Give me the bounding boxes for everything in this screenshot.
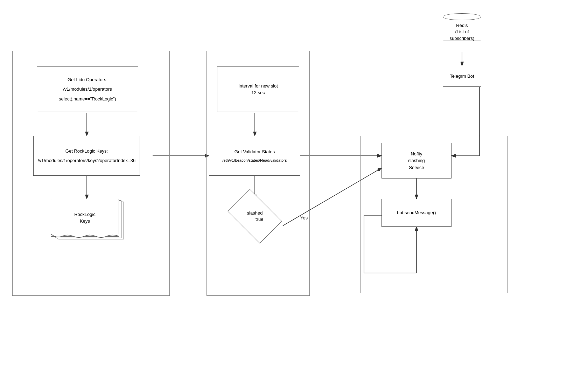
interval-box: Interval for new slot 12 sec <box>217 66 299 112</box>
bot-send-message-label: bot.sendMessage() <box>397 209 436 216</box>
redis-line3: subscribers) <box>450 35 475 42</box>
notify-line3: Service <box>408 164 425 171</box>
notify-line1: Nofity <box>408 150 425 158</box>
get-validator-states-box: Get Validator States /eth/v1/beacon/stat… <box>209 136 300 176</box>
get-rocklogic-line1: Get RockLogic Keys: <box>38 148 135 155</box>
redis-line1: Redis <box>450 22 475 29</box>
get-validator-line1: Get Validator States <box>222 148 287 155</box>
bot-send-message-box: bot.sendMessage() <box>382 199 451 227</box>
rocklogic-keys-line2: Keys <box>74 218 96 225</box>
redis-line2: (List of <box>450 29 475 35</box>
redis-body: Redis (List of subscribers) <box>443 20 481 41</box>
slashed-diamond-wrap: slashed === true <box>227 199 283 234</box>
interval-line2: 12 sec <box>238 89 278 96</box>
get-lido-operators-box: Get Lido Operators: /v1/modules/1/operat… <box>37 66 138 112</box>
yes-label: Yes <box>300 215 308 220</box>
diagram-container: Get Lido Operators: /v1/modules/1/operat… <box>0 0 588 371</box>
notify-line2: slashing <box>408 157 425 164</box>
get-lido-operators-line3: select(.name=="RockLogic") <box>59 96 116 103</box>
get-rocklogic-line2: /v1/modules/1/operators/keys?operatorInd… <box>38 157 135 164</box>
notify-slashing-box: Nofity slashing Service <box>382 143 451 178</box>
get-rocklogic-keys-box: Get RockLogic Keys: /v1/modules/1/operat… <box>33 136 140 176</box>
redis-cylinder: Redis (List of subscribers) <box>443 13 481 41</box>
telegram-bot-label: Telegrm Bot <box>450 73 474 80</box>
get-lido-operators-line2: /v1/modules/1/operators <box>59 86 116 93</box>
telegram-bot-box: Telegrm Bot <box>443 66 481 87</box>
get-validator-line2: /eth/v1/beacon/states/Head/validators <box>222 158 287 163</box>
get-lido-operators-line1: Get Lido Operators: <box>59 76 116 83</box>
interval-line1: Interval for new slot <box>238 83 278 90</box>
slashed-diamond-text: slashed === true <box>246 210 264 223</box>
redis-top <box>443 13 481 20</box>
rocklogic-keys-doc: RockLogic Keys <box>51 199 124 241</box>
rocklogic-keys-line1: RockLogic <box>74 211 96 218</box>
